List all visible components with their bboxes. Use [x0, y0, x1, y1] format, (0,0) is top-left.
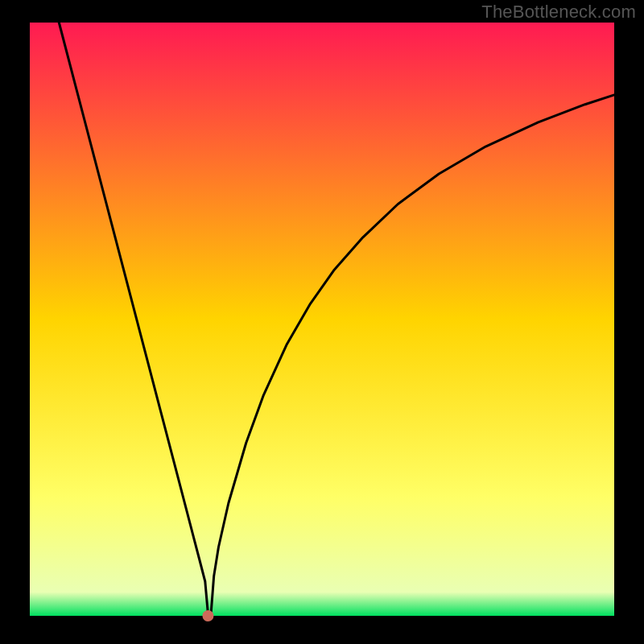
plot-background [30, 23, 614, 616]
marker-dot [202, 610, 213, 621]
chart-svg [0, 0, 644, 644]
watermark-text: TheBottleneck.com [481, 2, 636, 23]
chart-frame: TheBottleneck.com [0, 0, 644, 644]
